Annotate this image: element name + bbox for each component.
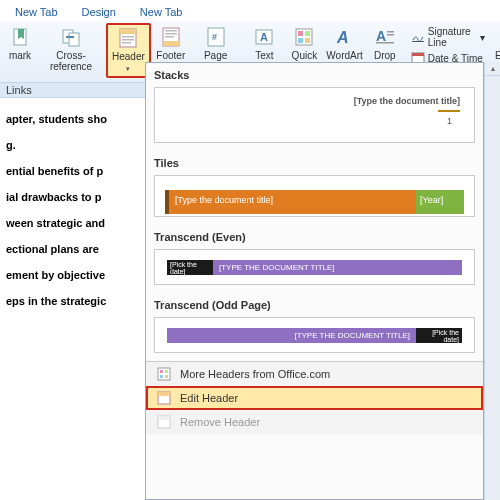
header-gallery: Stacks [Type the document title] 1 Tiles… (145, 62, 484, 500)
svg-text:#: # (212, 32, 217, 42)
svg-rect-12 (165, 36, 174, 38)
gallery-scrollbar[interactable]: ▴ (484, 62, 500, 500)
svg-rect-40 (158, 416, 170, 420)
svg-rect-11 (165, 33, 177, 35)
svg-text:A: A (260, 31, 268, 43)
svg-rect-19 (305, 31, 310, 36)
bookmark-button[interactable]: mark (0, 23, 40, 64)
remove-header-icon (156, 414, 172, 430)
scroll-up-icon[interactable]: ▴ (485, 62, 500, 76)
svg-rect-27 (412, 41, 424, 42)
signature-line-button[interactable]: Signature Line ▾ (409, 25, 487, 49)
ribbon-tabs: New Tab Design New Tab (0, 0, 500, 21)
svg-rect-24 (387, 31, 394, 33)
svg-rect-29 (412, 53, 424, 56)
tab-design[interactable]: Design (71, 2, 127, 21)
svg-rect-36 (165, 375, 168, 378)
svg-rect-9 (163, 41, 179, 46)
svg-rect-25 (387, 34, 394, 36)
signature-icon (411, 30, 425, 44)
document-body: apter, students shog.ential benefits of … (0, 100, 145, 500)
svg-text:A: A (376, 28, 386, 44)
svg-rect-5 (122, 36, 134, 38)
svg-rect-18 (298, 31, 303, 36)
svg-rect-20 (298, 38, 303, 43)
svg-rect-26 (376, 42, 394, 44)
edit-header-icon (156, 390, 172, 406)
svg-rect-4 (120, 29, 136, 34)
svg-rect-34 (165, 370, 168, 373)
chevron-down-icon: ▾ (126, 65, 130, 72)
svg-rect-35 (160, 375, 163, 378)
svg-rect-33 (160, 370, 163, 373)
remove-header-menu-item[interactable]: Remove Header (146, 410, 483, 434)
edit-header-menu-item[interactable]: Edit Header (146, 386, 483, 410)
svg-text:A: A (336, 29, 349, 46)
tab-new-2[interactable]: New Tab (129, 2, 194, 21)
svg-rect-32 (158, 368, 170, 380)
cross-reference-button[interactable]: Cross-reference (40, 23, 102, 75)
svg-rect-6 (122, 39, 134, 41)
svg-rect-21 (305, 38, 310, 43)
gallery-item-transcend-even[interactable]: Transcend (Even) [Pick the date][TYPE TH… (146, 225, 483, 293)
links-group-label: Links (0, 82, 145, 98)
svg-rect-10 (165, 30, 177, 32)
gallery-item-stacks[interactable]: Stacks [Type the document title] 1 (146, 63, 483, 151)
office-icon (156, 366, 172, 382)
tab-new-1[interactable]: New Tab (4, 2, 69, 21)
more-headers-menu-item[interactable]: More Headers from Office.com (146, 362, 483, 386)
gallery-item-transcend-odd[interactable]: Transcend (Odd Page) [TYPE THE DOCUMENT … (146, 293, 483, 361)
gallery-item-tiles[interactable]: Tiles [Type the document title][Year] (146, 151, 483, 225)
svg-rect-38 (158, 392, 170, 396)
svg-rect-7 (122, 42, 131, 44)
svg-rect-2 (69, 33, 79, 46)
